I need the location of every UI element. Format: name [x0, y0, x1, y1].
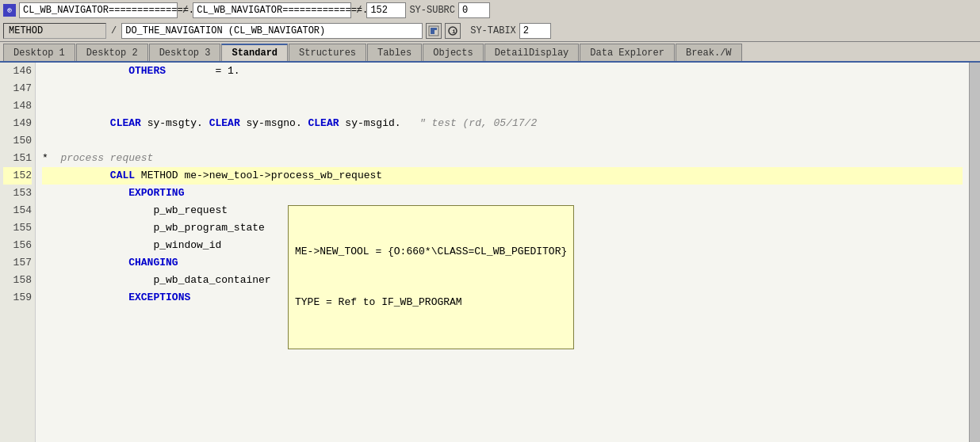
tab-breakw[interactable]: Break./W [676, 44, 742, 61]
nav-icon[interactable]: ⊕ [3, 4, 16, 17]
ln-158: 158 [3, 272, 32, 289]
tooltip: ME->NEW_TOOL = {O:660*\CLASS=CL_WB_PGEDI… [288, 205, 574, 349]
tab-standard[interactable]: Standard [221, 44, 288, 61]
sep3: / [109, 25, 118, 36]
ln-153: 153 [3, 185, 32, 202]
ln-147: 147 [3, 80, 32, 97]
code-line-150: ME->NEW_TOOL = {O:660*\CLASS=CL_WB_PGEDI… [42, 132, 963, 150]
ln-152: 152 [3, 167, 32, 185]
tooltip-line2: TYPE = Ref to IF_WB_PROGRAM [295, 295, 567, 311]
method-label-box: METHOD [3, 23, 106, 39]
code-line-148 [42, 97, 963, 115]
line-number-box[interactable]: 152 [366, 2, 406, 18]
code-line-152: ⇒ CALL METHOD me->new_tool->process_wb_r… [42, 167, 963, 185]
tab-desktop3[interactable]: Desktop 3 [149, 44, 221, 61]
toolbar-row2: METHOD / DO_THE_NAVIGATION (CL_WB_NAVIGA… [0, 21, 980, 41]
ln-159: 159 [3, 289, 32, 307]
tab-desktop2[interactable]: Desktop 2 [76, 44, 148, 61]
ln-151: 151 [3, 150, 32, 167]
tab-detaildisplay[interactable]: DetailDisplay [484, 44, 580, 61]
method-value-box[interactable]: DO_THE_NAVIGATION (CL_WB_NAVIGATOR) [121, 23, 423, 39]
tab-desktop1[interactable]: Desktop 1 [3, 44, 75, 61]
vertical-scrollbar[interactable] [969, 63, 980, 442]
ln-149: 149 [3, 115, 32, 132]
ln-156: 156 [3, 237, 32, 254]
icon-btn-1[interactable] [426, 23, 442, 39]
tab-structures[interactable]: Structures [289, 44, 366, 61]
line-numbers: 146 147 148 149 150 151 152 153 154 155 … [0, 63, 36, 442]
breadcrumb1[interactable]: CL_WB_NAVIGATOR==============.. [19, 2, 178, 18]
sy-subrc-label: SY-SUBRC [409, 5, 455, 16]
breadcrumb2[interactable]: CL_WB_NAVIGATOR==============.. [193, 2, 351, 18]
ln-155: 155 [3, 219, 32, 237]
ln-146: 146 [3, 63, 32, 80]
tabs-bar: Desktop 1 Desktop 2 Desktop 3 Standard S… [0, 42, 980, 63]
code-line-149: CLEAR sy-msgty. CLEAR sy-msgno. CLEAR sy… [42, 115, 963, 132]
code-content[interactable]: OTHERS = 1. CLEAR sy-msgty. CLEAR sy-msg… [36, 63, 969, 442]
tooltip-line1: ME->NEW_TOOL = {O:660*\CLASS=CL_WB_PGEDI… [295, 244, 567, 260]
tab-objects[interactable]: Objects [423, 44, 483, 61]
sy-subrc-value: 0 [458, 2, 490, 18]
svg-rect-2 [434, 28, 437, 30]
ln-154: 154 [3, 202, 32, 219]
code-line-153: EXPORTING [42, 185, 963, 202]
sep2: / [354, 5, 363, 16]
svg-rect-1 [431, 28, 434, 34]
icon-btn-2[interactable]: i [445, 23, 461, 39]
tab-dataexplorer[interactable]: Data Explorer [580, 44, 675, 61]
sy-tabix-value: 2 [519, 23, 551, 39]
code-line-147 [42, 80, 963, 97]
sep1: / [181, 5, 189, 16]
ln-150: 150 [3, 132, 32, 150]
code-line-146: OTHERS = 1. [42, 63, 963, 80]
ln-157: 157 [3, 254, 32, 272]
ln-148: 148 [3, 97, 32, 115]
code-line-151: * process request [42, 150, 963, 167]
editor-area: 146 147 148 149 150 151 152 153 154 155 … [0, 63, 980, 442]
svg-text:i: i [452, 28, 456, 35]
tab-tables[interactable]: Tables [367, 44, 422, 61]
toolbar-row1: ⊕ CL_WB_NAVIGATOR==============.. / CL_W… [0, 0, 980, 21]
sy-tabix-label: SY-TABIX [470, 25, 516, 36]
